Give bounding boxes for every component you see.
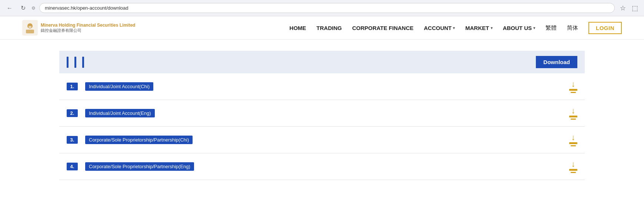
doc-name: Corporate/Sole Proprietorship/Partnershi…: [85, 136, 193, 144]
logo-chinese: 鑄控金融證券有限公司: [41, 28, 135, 33]
svg-rect-2: [26, 30, 34, 33]
nav-market[interactable]: MARKET ▾: [465, 25, 492, 31]
indicator-3: [82, 57, 84, 68]
doc-name: Corporate/Sole Proprietorship/Partnershi…: [85, 162, 194, 171]
doc-number: 4.: [67, 163, 78, 170]
logo-icon: M: [22, 20, 38, 36]
logo-text-area: Minerva Holding Financial Securities Lim…: [41, 23, 135, 33]
document-list: 1.Individual/Joint Account(Chi) ↓ 2.Indi…: [59, 73, 585, 180]
security-icon: ⚙: [31, 6, 36, 11]
browser-chrome: ← ↻ ⚙ minervasec.hk/open-account/downloa…: [0, 0, 644, 16]
nav-links: HOME TRADING CORPORATE FINANCE ACCOUNT ▾…: [290, 22, 622, 34]
doc-name: Individual/Joint Account(Chi): [85, 82, 153, 91]
doc-number: 2.: [67, 109, 78, 117]
browser-actions: ☆ ⬚: [618, 3, 640, 13]
download-icon[interactable]: ↓: [569, 160, 577, 173]
download-icon[interactable]: ↓: [569, 80, 577, 93]
doc-name: Individual/Joint Account(Eng): [85, 109, 155, 117]
lang-traditional[interactable]: 繁體: [545, 24, 557, 31]
header-indicators: [67, 57, 84, 68]
bookmark-button[interactable]: ☆: [618, 3, 627, 13]
logo-english: Minerva Holding Financial Securities Lim…: [41, 23, 135, 28]
nav-corporate-finance[interactable]: CORPORATE FINANCE: [352, 25, 414, 31]
doc-number: 3.: [67, 136, 78, 144]
back-button[interactable]: ←: [4, 4, 15, 12]
url-bar[interactable]: minervasec.hk/open-account/download: [39, 3, 615, 13]
download-icon[interactable]: ↓: [569, 107, 577, 120]
header-download-button[interactable]: Download: [536, 56, 577, 68]
header-bar: Download: [59, 51, 585, 73]
table-row: 2.Individual/Joint Account(Eng) ↓: [59, 100, 585, 127]
lang-simplified[interactable]: 简体: [567, 24, 578, 31]
navbar: M Minerva Holding Financial Securities L…: [0, 16, 644, 40]
table-row: 1.Individual/Joint Account(Chi) ↓: [59, 73, 585, 100]
url-text: minervasec.hk/open-account/download: [45, 5, 128, 11]
logo-area[interactable]: M Minerva Holding Financial Securities L…: [22, 20, 135, 36]
nav-home[interactable]: HOME: [290, 25, 306, 31]
doc-number: 1.: [67, 83, 78, 90]
svg-text:M: M: [29, 25, 31, 29]
aboutus-chevron-icon: ▾: [533, 26, 535, 30]
nav-trading[interactable]: TRADING: [317, 25, 342, 31]
table-row: 3.Corporate/Sole Proprietorship/Partners…: [59, 127, 585, 153]
nav-account[interactable]: ACCOUNT ▾: [424, 25, 455, 31]
account-chevron-icon: ▾: [453, 26, 455, 30]
main-content: Download 1.Individual/Joint Account(Chi)…: [0, 40, 644, 191]
reload-button[interactable]: ↻: [19, 4, 28, 12]
nav-about-us[interactable]: ABOUT US ▾: [503, 25, 535, 31]
indicator-2: [74, 57, 76, 68]
market-chevron-icon: ▾: [491, 26, 493, 30]
extension-button[interactable]: ⬚: [630, 3, 640, 13]
table-row: 4.Corporate/Sole Proprietorship/Partners…: [59, 153, 585, 180]
download-icon[interactable]: ↓: [569, 133, 577, 146]
login-button[interactable]: LOGIN: [588, 22, 622, 34]
indicator-1: [67, 57, 69, 68]
